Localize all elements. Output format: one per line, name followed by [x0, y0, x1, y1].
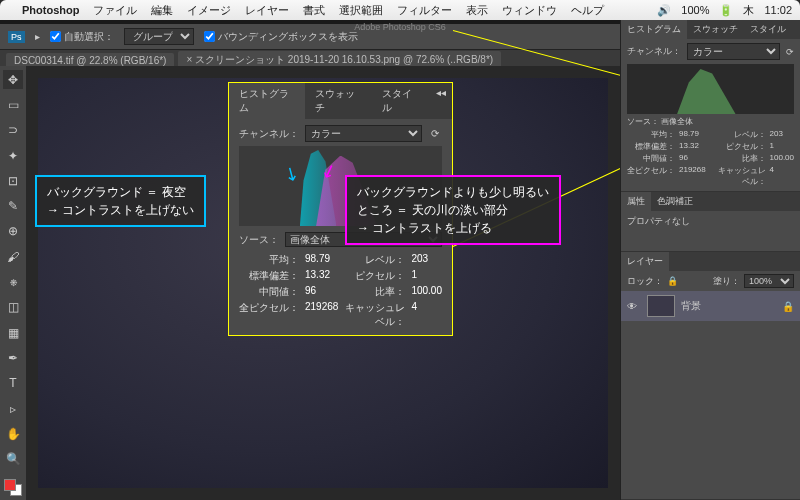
- hand-tool[interactable]: ✋: [3, 424, 23, 443]
- color-swatches[interactable]: [4, 479, 22, 496]
- menu-select[interactable]: 選択範囲: [339, 3, 383, 18]
- brush-tool[interactable]: 🖌: [3, 247, 23, 266]
- macos-menubar: Photoshop ファイル 編集 イメージ レイヤー 書式 選択範囲 フィルタ…: [0, 0, 800, 20]
- source-label: ソース：: [239, 233, 279, 247]
- menu-layer[interactable]: レイヤー: [245, 3, 289, 18]
- tab-histogram[interactable]: ヒストグラム: [229, 83, 305, 119]
- volume-icon[interactable]: 🔊: [657, 4, 671, 17]
- battery-pct: 100%: [681, 4, 709, 16]
- channel-label: チャンネル：: [239, 127, 299, 141]
- menubar-day: 木: [743, 3, 754, 18]
- panel-collapse-icon[interactable]: ◂◂: [430, 83, 452, 119]
- menu-filter[interactable]: フィルター: [397, 3, 452, 18]
- lasso-tool[interactable]: ⊃: [3, 121, 23, 140]
- lock-label: ロック：: [627, 275, 663, 288]
- layer-lock-icon[interactable]: 🔒: [782, 301, 794, 312]
- layer-name[interactable]: 背景: [681, 299, 701, 313]
- pen-tool[interactable]: ✒: [3, 348, 23, 367]
- path-tool[interactable]: ▹: [3, 399, 23, 418]
- side-channel-label: チャンネル：: [627, 45, 681, 58]
- tab-styles[interactable]: スタイル: [372, 83, 430, 119]
- app-name[interactable]: Photoshop: [22, 4, 79, 16]
- channel-select[interactable]: カラー: [305, 125, 422, 142]
- menubar-time: 11:02: [764, 4, 792, 16]
- menu-file[interactable]: ファイル: [93, 3, 137, 18]
- move-tool[interactable]: ✥: [3, 70, 23, 89]
- menu-type[interactable]: 書式: [303, 3, 325, 18]
- marquee-tool[interactable]: ▭: [3, 95, 23, 114]
- gradient-tool[interactable]: ▦: [3, 323, 23, 342]
- battery-icon[interactable]: 🔋: [719, 4, 733, 17]
- auto-select-check[interactable]: 自動選択：: [50, 30, 114, 44]
- zoom-tool[interactable]: 🔍: [3, 449, 23, 468]
- layer-thumbnail[interactable]: [647, 295, 675, 317]
- refresh-icon[interactable]: ⟳: [428, 128, 442, 139]
- stamp-tool[interactable]: ⎈: [3, 272, 23, 291]
- annotation-right: バックグラウンドよりも少し明るい ところ ＝ 天の川の淡い部分 → コントラスト…: [345, 175, 561, 245]
- move-tool-icon[interactable]: ▸: [35, 31, 40, 42]
- fg-color[interactable]: [4, 479, 16, 491]
- lock-icon[interactable]: 🔒: [667, 276, 678, 286]
- side-tab-adjust[interactable]: 色調補正: [651, 192, 699, 211]
- props-empty: プロパティなし: [621, 211, 800, 251]
- heal-tool[interactable]: ⊕: [3, 222, 23, 241]
- visibility-icon[interactable]: 👁: [627, 301, 641, 312]
- side-panels: ヒストグラム スウォッチ スタイル チャンネル： カラー ⟳ ソース： 画像全体…: [620, 20, 800, 500]
- tab-swatches[interactable]: スウォッチ: [305, 83, 372, 119]
- side-tab-styles[interactable]: スタイル: [744, 20, 792, 39]
- menu-image[interactable]: イメージ: [187, 3, 231, 18]
- tools-panel: ✥ ▭ ⊃ ✦ ⊡ ✎ ⊕ 🖌 ⎈ ◫ ▦ ✒ T ▹ ✋ 🔍: [0, 66, 26, 500]
- side-tab-layers[interactable]: レイヤー: [621, 252, 669, 271]
- ps-icon: Ps: [8, 31, 25, 43]
- fill-select[interactable]: 100%: [744, 274, 794, 288]
- side-refresh-icon[interactable]: ⟳: [786, 47, 794, 57]
- type-tool[interactable]: T: [3, 374, 23, 393]
- side-tab-props[interactable]: 属性: [621, 192, 651, 211]
- side-tab-histogram[interactable]: ヒストグラム: [621, 20, 687, 39]
- crop-tool[interactable]: ⊡: [3, 171, 23, 190]
- annotation-left: バックグラウンド ＝ 夜空 → コントラストを上げない: [35, 175, 206, 227]
- menu-help[interactable]: ヘルプ: [571, 3, 604, 18]
- menu-edit[interactable]: 編集: [151, 3, 173, 18]
- bbox-check[interactable]: バウンディングボックスを表示: [204, 30, 358, 44]
- histogram-stats: 平均：98.79 レベル：203 標準偏差：13.32 ピクセル：1 中間値：9…: [239, 253, 442, 329]
- wand-tool[interactable]: ✦: [3, 146, 23, 165]
- eyedropper-tool[interactable]: ✎: [3, 196, 23, 215]
- menu-view[interactable]: 表示: [466, 3, 488, 18]
- fill-label: 塗り：: [713, 275, 740, 288]
- menu-window[interactable]: ウィンドウ: [502, 3, 557, 18]
- auto-select-mode[interactable]: グループ: [124, 28, 194, 45]
- eraser-tool[interactable]: ◫: [3, 298, 23, 317]
- side-tab-swatches[interactable]: スウォッチ: [687, 20, 744, 39]
- side-histogram-chart: [627, 64, 794, 114]
- layer-row[interactable]: 👁 背景 🔒: [621, 291, 800, 321]
- side-channel-select[interactable]: カラー: [687, 43, 780, 60]
